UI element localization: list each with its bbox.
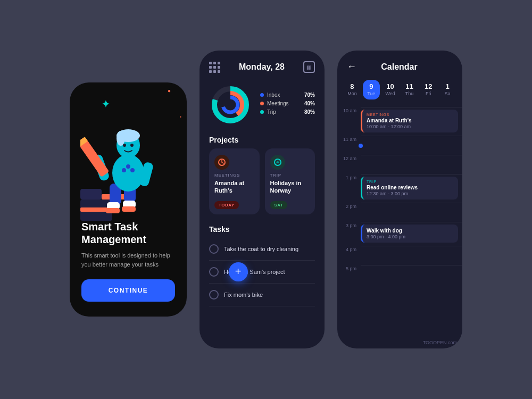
trip-pct: 80% [304, 109, 315, 115]
day-8-num: 8 [350, 83, 354, 90]
tasks-heading: Tasks [200, 221, 325, 238]
task-label-2: Fix mom's bike [224, 292, 263, 298]
grid-dot [218, 66, 220, 69]
projects-list: MEETINGS Amanda atRuth's TODAY TRIP Holi… [200, 148, 325, 221]
time-label-4pm: 4 pm [342, 246, 361, 252]
grid-dot [209, 66, 212, 69]
time-row-10am: 10 am MEETINGS Amanda at Ruth's 10:00 am… [342, 107, 462, 136]
day-10-num: 10 [386, 83, 394, 90]
meetings-pct: 40% [304, 101, 315, 106]
event-amanda-time: 10:00 am - 12:00 am [367, 124, 454, 129]
event-walk-name: Walk with dog [367, 228, 454, 234]
svg-point-13 [130, 168, 135, 172]
day-11[interactable]: 11 Thu [401, 80, 418, 99]
time-row-3pm: 3 pm Walk with dog 3:00 pm - 4:00 pm [342, 222, 462, 246]
task-checkbox-0[interactable] [209, 244, 219, 254]
task-checkbox-2[interactable] [209, 290, 219, 300]
svg-rect-9 [122, 206, 136, 212]
trip-project-tag: SAT [270, 201, 288, 209]
calendar-header: ← Calendar [337, 51, 462, 80]
menu-icon[interactable] [209, 62, 220, 73]
event-walk-time: 3:00 pm - 4:00 pm [367, 234, 454, 239]
meetings-dot [260, 102, 264, 105]
svg-point-27 [223, 97, 238, 112]
day-12-num: 12 [425, 83, 432, 90]
time-area-3pm: Walk with dog 3:00 pm - 4:00 pm [361, 222, 462, 246]
time-area-12am [361, 155, 462, 174]
grid-dot [218, 70, 220, 73]
day-8-name: Mon [347, 91, 357, 96]
task-item-1[interactable]: Help with Sam's project + [209, 261, 315, 284]
time-label-1pm: 1 pm [342, 174, 361, 180]
svg-point-11 [122, 168, 126, 172]
task-item-0[interactable]: Take the coat to dry cleaning [209, 238, 315, 261]
time-row-2pm: 2 pm [342, 203, 462, 222]
continue-button[interactable]: CONTINUE [81, 279, 175, 302]
time-area-5pm [361, 265, 462, 284]
time-label-10am: 10 am [342, 107, 361, 113]
calendar-icon[interactable]: ▦ [303, 61, 315, 73]
event-amanda-type: MEETINGS [367, 113, 454, 117]
time-row-12am: 12 am [342, 155, 462, 174]
day-9[interactable]: 9 Tue [363, 80, 380, 99]
trip-project-name: Holidays inNorway [270, 179, 310, 195]
legend-inbox: Inbox 70% [260, 92, 315, 98]
back-button[interactable]: ← [347, 61, 356, 72]
grid-dot [209, 70, 212, 73]
time-label-12am: 12 am [342, 155, 361, 161]
time-area-1pm: TRIP Read online reviews 12:30 am - 3:00… [361, 174, 462, 203]
sparkle-icon-2: ● [168, 88, 171, 94]
time-label-11am: 11 am [342, 136, 361, 142]
onboarding-title: Smart Task Management [81, 220, 175, 246]
task-item-2[interactable]: Fix mom's bike [209, 284, 315, 306]
time-row-1pm: 1 pm TRIP Read online reviews 12:30 am -… [342, 174, 462, 203]
legend-meetings: Meetings 40% [260, 101, 315, 106]
watermark: TOOOPEN.com [337, 338, 462, 348]
tasks-list: Take the coat to dry cleaning Help with … [200, 238, 325, 348]
svg-rect-1 [80, 189, 102, 200]
event-walk[interactable]: Walk with dog 3:00 pm - 4:00 pm [361, 225, 458, 243]
time-area-11am [361, 136, 462, 155]
meetings-project-type: MEETINGS [214, 173, 254, 178]
day-picker: 8 Mon 9 Tue 10 Wed 11 Thu 12 Fri 1 Sa [337, 80, 462, 107]
grid-dot [213, 70, 216, 73]
projects-heading: Projects [200, 131, 325, 148]
day-10[interactable]: 10 Wed [382, 80, 399, 99]
current-date: Monday, 28 [239, 62, 285, 72]
day-11-num: 11 [405, 83, 413, 90]
sparkle-icon-3: ▪ [180, 114, 181, 119]
legend-trip: Trip 80% [260, 109, 315, 115]
time-label-2pm: 2 pm [342, 203, 361, 209]
tasks-screen: Monday, 28 ▦ Inbox 70% [200, 51, 325, 348]
time-area-10am: MEETINGS Amanda at Ruth's 10:00 am - 12:… [361, 107, 462, 136]
inbox-label: Inbox [267, 92, 280, 98]
day-12[interactable]: 12 Fri [420, 80, 437, 99]
illustration-area: ✦ ● ▪ [70, 82, 187, 221]
inbox-pct: 70% [304, 92, 315, 98]
day-8[interactable]: 8 Mon [344, 80, 361, 99]
svg-point-10 [112, 154, 144, 192]
task-checkbox-1[interactable] [209, 267, 219, 277]
project-card-trip[interactable]: TRIP Holidays inNorway SAT [265, 148, 315, 214]
add-task-button[interactable]: + [229, 262, 248, 281]
day-13-name: Sa [445, 91, 451, 96]
current-time-indicator [359, 144, 363, 148]
trip-label: Trip [267, 109, 276, 115]
day-13[interactable]: 1 Sa [439, 80, 456, 99]
event-reviews[interactable]: TRIP Read online reviews 12:30 am - 3:00… [361, 177, 458, 200]
inbox-dot [260, 93, 264, 97]
time-label-3pm: 3 pm [342, 222, 361, 228]
event-amanda[interactable]: MEETINGS Amanda at Ruth's 10:00 am - 12:… [361, 110, 458, 132]
meetings-project-name: Amanda atRuth's [214, 179, 254, 195]
event-reviews-time: 12:30 am - 3:00 pm [367, 191, 454, 196]
project-card-meetings[interactable]: MEETINGS Amanda atRuth's TODAY [209, 148, 260, 214]
grid-dot [213, 62, 216, 64]
donut-chart-section: Inbox 70% Meetings 40% Trip 80% [200, 78, 325, 131]
time-area-2pm [361, 203, 462, 222]
character-illustration [80, 104, 176, 221]
trip-dot [260, 110, 264, 114]
time-area-4pm [361, 246, 462, 265]
day-11-name: Thu [405, 91, 414, 96]
time-label-5pm: 5 pm [342, 265, 361, 271]
calendar-timeline: 10 am MEETINGS Amanda at Ruth's 10:00 am… [337, 107, 462, 338]
